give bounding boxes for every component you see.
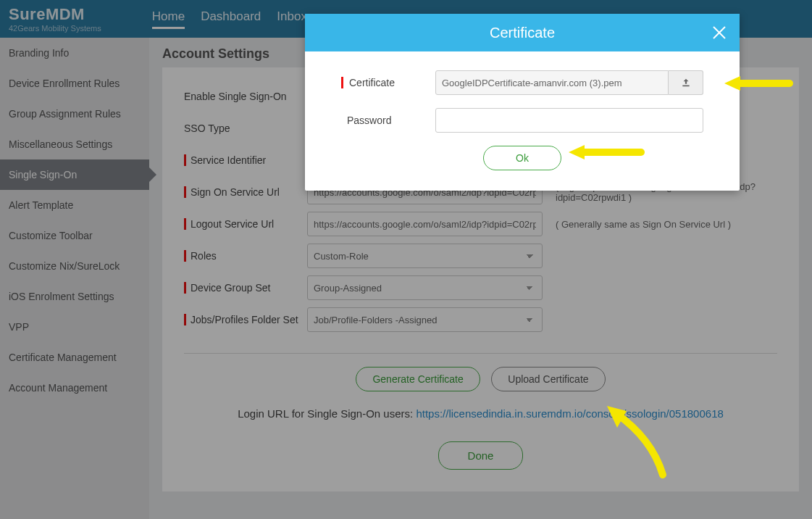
modal-ok-button[interactable]: Ok	[483, 146, 561, 170]
certificate-modal: Certificate Certificate Password	[305, 14, 740, 191]
modal-cert-label: Certificate	[341, 77, 435, 88]
modal-header: Certificate	[305, 14, 740, 51]
modal-password-label: Password	[341, 115, 435, 126]
modal-password-input[interactable]	[435, 108, 703, 133]
close-icon[interactable]	[711, 24, 728, 41]
modal-title: Certificate	[490, 25, 555, 41]
upload-icon[interactable]	[669, 70, 703, 95]
modal-cert-input[interactable]	[435, 70, 669, 95]
